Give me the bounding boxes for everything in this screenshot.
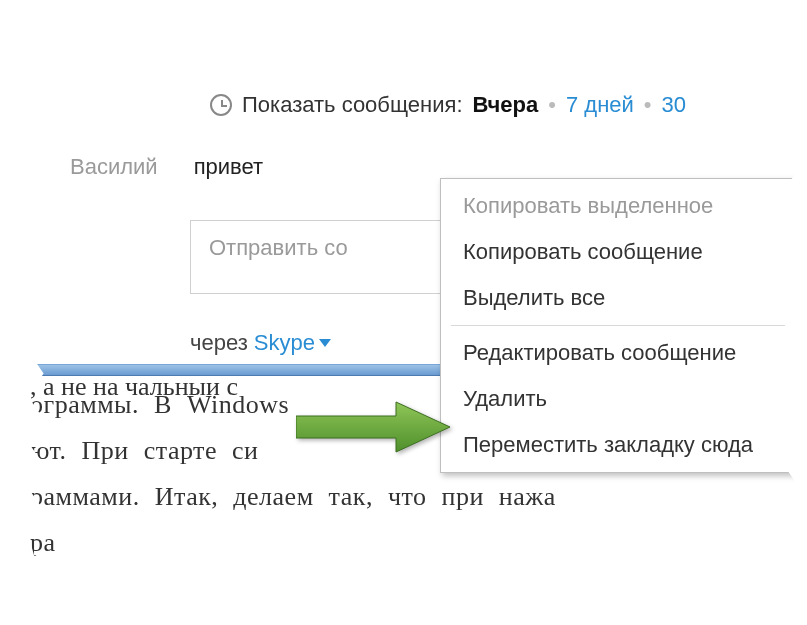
menu-edit-message[interactable]: Редактировать сообщение bbox=[441, 330, 807, 376]
context-menu: Копировать выделенное Копировать сообщен… bbox=[440, 178, 807, 473]
menu-move-bookmark[interactable]: Переместить закладку сюда bbox=[441, 422, 807, 468]
menu-select-all[interactable]: Выделить все bbox=[441, 275, 807, 321]
input-placeholder: Отправить со bbox=[209, 235, 348, 260]
message-row[interactable]: Василий привет bbox=[70, 154, 263, 180]
filter-prefix-label: Показать сообщения: bbox=[242, 92, 463, 118]
filter-option-30[interactable]: 30 bbox=[662, 92, 686, 118]
torn-screenshot-frame: Показать сообщения: Вчера • 7 дней • 30 … bbox=[20, 20, 807, 590]
clock-icon bbox=[210, 94, 232, 116]
menu-separator bbox=[451, 325, 806, 326]
filter-option-7days[interactable]: 7 дней bbox=[566, 92, 634, 118]
filter-option-yesterday[interactable]: Вчера bbox=[473, 92, 539, 118]
send-via-selector[interactable]: через Skype bbox=[190, 330, 331, 356]
separator-dot: • bbox=[644, 92, 652, 118]
via-brand-dropdown[interactable]: Skype bbox=[254, 330, 331, 356]
menu-delete[interactable]: Удалить bbox=[441, 376, 807, 422]
message-sender: Василий bbox=[70, 154, 158, 180]
bg-text-line: ра bbox=[30, 520, 797, 566]
chevron-down-icon bbox=[319, 339, 331, 347]
menu-copy-selection: Копировать выделенное bbox=[441, 183, 807, 229]
via-prefix: через bbox=[190, 330, 248, 356]
separator-dot: • bbox=[548, 92, 556, 118]
menu-copy-message[interactable]: Копировать сообщение bbox=[441, 229, 807, 275]
message-text: привет bbox=[194, 154, 263, 180]
bg-text-line: раммами. Итак, делаем так, что при нажа bbox=[30, 474, 797, 520]
message-date-filter: Показать сообщения: Вчера • 7 дней • 30 bbox=[210, 92, 807, 118]
via-brand-label: Skype bbox=[254, 330, 315, 356]
